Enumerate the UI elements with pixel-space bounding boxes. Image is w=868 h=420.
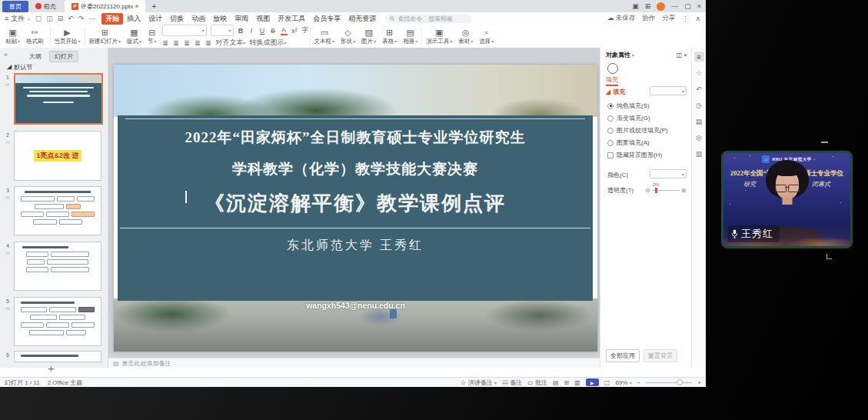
home-tab[interactable]: 首页 <box>2 1 28 12</box>
helper-icon[interactable]: ▥ <box>694 148 704 158</box>
history-icon[interactable]: ◷ <box>694 100 704 110</box>
checkbox-hide-bg[interactable]: 隐藏背景图形(H) <box>607 151 662 159</box>
notes-bar[interactable]: ▤ 单击此处添加备注 <box>108 358 600 368</box>
table-button[interactable]: ⊞ 表格▾ <box>379 25 400 48</box>
view-sorter-icon[interactable]: ⊞ <box>564 379 570 386</box>
user-avatar[interactable] <box>657 2 665 11</box>
color-dropdown[interactable]: ▾ <box>650 169 687 178</box>
slide-author[interactable]: 东北师范大学 王秀红 <box>118 238 593 254</box>
tab-design[interactable]: 设计 <box>145 13 166 25</box>
align-center-icon[interactable]: ≣ <box>195 39 201 47</box>
search-input[interactable]: 查找命令、搜索模板 <box>385 15 471 23</box>
settings-icon[interactable]: ◎ <box>694 132 704 142</box>
font-color-button[interactable]: A <box>281 26 288 35</box>
section-header[interactable]: ◢ 默认节 <box>6 63 32 72</box>
animation-icon[interactable]: ↶ <box>694 84 704 94</box>
speaker-notes-button[interactable]: ☆ 演讲备注 ▾ <box>460 378 496 387</box>
view-normal-icon[interactable]: ▤ <box>553 379 559 386</box>
slide-title-line2[interactable]: 学科教学（化学）教学技能大赛决赛 <box>118 159 593 179</box>
reset-background-button[interactable]: 重置背景 <box>644 349 677 362</box>
slide-thumbnail-3[interactable] <box>14 186 101 235</box>
maximize-button[interactable]: ▢ <box>684 2 691 10</box>
minimize-button[interactable]: — <box>671 2 678 10</box>
select-button[interactable]: ▫ 选择▾ <box>476 25 497 48</box>
char-format-button[interactable]: 字 <box>302 25 309 35</box>
zoom-level[interactable]: 69% ▾ <box>615 379 631 386</box>
layout-switch-icon[interactable]: ▣ <box>632 2 639 10</box>
superscript-button[interactable]: x² <box>291 27 298 35</box>
comments-button[interactable]: ▭ 批注 <box>527 378 547 387</box>
save-icon[interactable]: ▢ <box>35 15 42 22</box>
grid-view-icon[interactable]: ⊞ <box>645 2 651 10</box>
font-name-select[interactable]: ▾ <box>162 25 207 36</box>
export-icon[interactable]: ◫ <box>46 15 53 22</box>
radio-gradient-fill[interactable]: 渐变填充(G) <box>607 114 650 122</box>
share-button[interactable]: 分享 <box>662 14 675 23</box>
transparency-plus-icon[interactable]: ⊕ <box>681 187 687 194</box>
video-call-window[interactable]: ⌂ NNU 东北师范大学 2022年全国“田 育硕士专业学位 研究 闭幕式 <box>721 151 853 248</box>
font-size-select[interactable]: ▾ <box>211 25 234 36</box>
view-reading-icon[interactable]: ▥ <box>574 379 580 386</box>
panel-pin-icon[interactable]: ◫ <box>677 52 683 58</box>
file-menu[interactable]: ≡ 文件 ∨ <box>0 14 35 24</box>
tab-member[interactable]: 会员专享 <box>309 13 344 25</box>
fill-section-header[interactable]: ◢ 填充 <box>606 88 625 96</box>
zoom-in-icon[interactable]: + <box>697 379 701 386</box>
docer-tab[interactable]: 稻壳 <box>28 0 63 12</box>
tab-docer-resources[interactable]: 稻壳资源 <box>344 13 380 25</box>
fill-preset-dropdown[interactable]: ▾ <box>650 86 687 95</box>
slide-email[interactable]: wangxh543@nenu.edu.cn <box>114 301 597 310</box>
close-button[interactable]: × <box>697 2 701 10</box>
panel-close-icon[interactable]: × <box>683 52 687 58</box>
format-painter-button[interactable]: ✏ 格式刷 <box>23 25 47 47</box>
slide-thumbnail-1[interactable] <box>14 73 103 125</box>
tab-home[interactable]: 开始 <box>101 13 123 25</box>
slide-editor[interactable]: 2022年“田家炳杯”全日制教育硕士专业学位研究生 学科教学（化学）教学技能大赛… <box>108 48 600 368</box>
tab-slideshow[interactable]: 放映 <box>209 13 231 25</box>
tab-view[interactable]: 视图 <box>252 13 274 25</box>
present-tools-button[interactable]: ▣ 演示工具▾ <box>423 25 455 48</box>
effects-icon[interactable]: ☆ <box>694 68 704 78</box>
more-vertical-icon[interactable]: ⋮ <box>682 15 689 22</box>
document-tab[interactable]: P 评委20221120.pptx <box>65 0 145 12</box>
redo-icon[interactable]: ↷ <box>78 15 85 22</box>
collapse-panel-button[interactable]: « <box>4 51 8 58</box>
shapes-button[interactable]: ◇ 形状▾ <box>338 25 358 48</box>
tab-slides[interactable]: 幻灯片 <box>49 51 78 62</box>
undo-icon[interactable]: ↶ <box>68 15 74 22</box>
line-spacing-icon[interactable]: ≣ <box>205 39 212 47</box>
zoom-slider-handle[interactable] <box>677 379 683 385</box>
slide-thumbnail-6[interactable] <box>14 351 101 362</box>
strike-button[interactable]: S <box>270 27 277 35</box>
transparency-handle[interactable] <box>655 188 657 193</box>
layout-button[interactable]: ▦ 版式▾ <box>124 25 145 48</box>
convert-diagram-button[interactable]: 转换成图示▾ <box>250 38 287 48</box>
assets-button[interactable]: ◎ 素材▾ <box>455 25 476 48</box>
textbox-button[interactable]: ▭ 文本框▾ <box>311 25 338 48</box>
fill-tab-icon[interactable] <box>607 63 618 74</box>
radio-pattern-fill[interactable]: 图案填充(A) <box>607 138 650 147</box>
tab-outline[interactable]: 大纲 <box>29 52 42 61</box>
fill-tab[interactable]: 填充 <box>606 75 618 86</box>
slide-thumbnail-2[interactable]: 1亮点&2改 进 <box>14 131 101 181</box>
zoom-out-icon[interactable]: − <box>637 379 641 386</box>
add-slide-button[interactable]: + <box>48 362 55 375</box>
play-from-current-button[interactable]: ▶ 当页开始▾ <box>52 25 84 48</box>
media-icon[interactable]: ▤ <box>694 116 704 126</box>
panel-caret-icon[interactable]: ▾ <box>632 52 634 58</box>
tab-transition[interactable]: 切换 <box>166 13 188 25</box>
tab-animation[interactable]: 动画 <box>188 13 209 25</box>
bullets-icon[interactable]: ≣ <box>162 39 169 47</box>
zoom-slider[interactable] <box>646 382 692 383</box>
new-tab-button[interactable]: + <box>151 2 156 11</box>
new-slide-button[interactable]: ⊞ 新建幻灯片▾ <box>86 25 125 48</box>
collapse-ribbon-icon[interactable]: ∧ <box>696 15 700 22</box>
apply-all-button[interactable]: 全部应用 <box>606 349 640 362</box>
align-text-button[interactable]: 对齐文本▾ <box>216 38 246 48</box>
slide-title-line3[interactable]: 《沉淀溶解平衡》教学课例点评 <box>118 190 593 217</box>
cloud-save-status[interactable]: ☁ 未保存 <box>607 14 635 23</box>
slide-thumbnail-4[interactable] <box>14 242 101 291</box>
numbering-icon[interactable]: ≣ <box>173 39 180 47</box>
theme-name[interactable]: 2.Office 主题 <box>48 378 83 387</box>
print-icon[interactable]: ⊟ <box>58 15 64 22</box>
